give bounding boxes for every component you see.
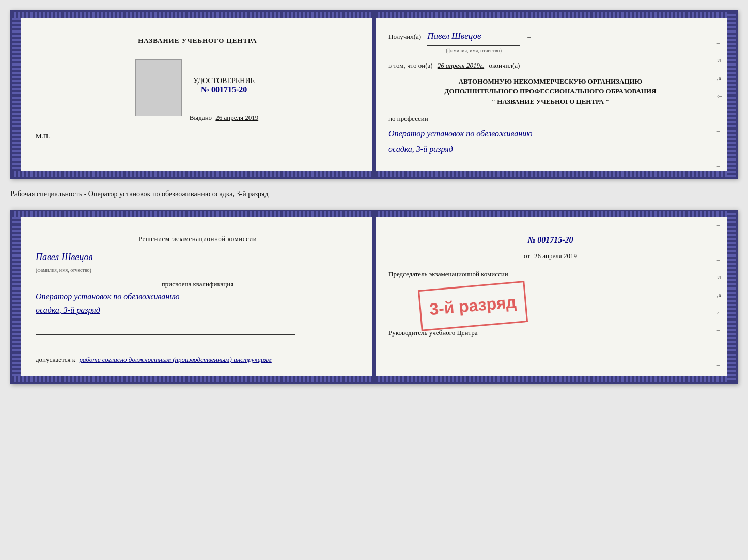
stamp-overlay: 3-й разряд [418,281,528,331]
side-dash-r5: – [717,344,722,350]
finished-label: окончил(а) [489,61,520,69]
допускается-line: допускается к работе согласно должностны… [36,354,360,365]
name-hint-1: (фамилия, имя, отчество) [446,46,502,55]
issued-line: Выдано 26 апреля 2019 [190,114,258,122]
doc2-page-right: № 001715-20 от 26 апреля 2019 Председате… [374,211,736,382]
document-1: НАЗВАНИЕ УЧЕБНОГО ЦЕНТРА УДОСТОВЕРЕНИЕ №… [10,10,738,179]
side-dash-r6: – [717,362,722,368]
issued-date: 26 апреля 2019 [215,114,258,121]
side-dash-r1: – [717,221,722,228]
side-dash-4: – [717,127,722,134]
side-dash-6: – [717,163,722,169]
side-dashes-right: – – И ,а ‹– – – – – [717,22,722,169]
profession-label: по профессии [388,113,712,124]
doc2-left-content: Решением экзаменационной комиссии Павел … [36,223,360,370]
side-dash-r2: – [717,239,722,245]
certificate-number: № 001715-20 [201,85,247,94]
photo-placeholder [135,59,182,116]
side-dash-r7: – [717,379,722,384]
separator-label: Рабочая специальность - Оператор установ… [10,187,738,201]
side-dash-к: ‹– [717,92,722,99]
profession-block: по профессии Оператор установок по обезв… [388,113,712,156]
doc2-right-content: № 001715-20 от 26 апреля 2019 Председате… [388,223,712,346]
profession-value2: осадка, 3-й разряд [388,142,712,156]
doc1-center-title: НАЗВАНИЕ УЧЕБНОГО ЦЕНТРА [138,37,257,45]
doc1-right-content: Получил(а) Павел Швецов (фамилия, имя, о… [388,24,712,161]
side-dash-5: – [717,145,722,151]
document-2: Решением экзаменационной комиссии Павел … [10,210,738,384]
chairman-label: Председатель экзаменационной комиссии [388,268,712,280]
date-from-label: от [524,250,530,262]
org-line1: АВТОНОМНУЮ НЕКОММЕРЧЕСКУЮ ОРГАНИЗАЦИЮ [388,76,712,87]
issued-label: Выдано [190,114,212,121]
date-value: 26 апреля 2019г. [438,61,484,69]
certificate-label: УДОСТОВЕРЕНИЕ [193,77,255,85]
mp-label: М.П. [36,132,50,140]
side-dash-r4: – [717,327,722,333]
org-line2: ДОПОЛНИТЕЛЬНОГО ПРОФЕССИОНАЛЬНОГО ОБРАЗО… [388,86,712,97]
doc1-page-left: НАЗВАНИЕ УЧЕБНОГО ЦЕНТРА УДОСТОВЕРЕНИЕ №… [12,12,374,177]
rukovodit-sig-line [388,342,648,342]
qualification-label: присвоена квалификация [36,278,360,290]
doc1-page-right: Получил(а) Павел Швецов (фамилия, имя, о… [374,12,736,177]
in-that-line: в том, что он(а) 26 апреля 2019г. окончи… [388,59,712,71]
decision-line: Решением экзаменационной комиссии [36,233,360,245]
stamp-text: 3-й разряд [429,293,517,319]
side-dash-а: ,а [717,75,722,81]
received-label: Получил(а) [388,30,421,42]
doc1-left-text: УДОСТОВЕРЕНИЕ № 001715-20 Выдано 26 апре… [188,51,260,122]
side-dash-rа: ,а [717,292,722,298]
dash-1: – [527,30,531,42]
received-name: Павел Швецов [427,28,520,46]
received-line: Получил(а) Павел Швецов (фамилия, имя, о… [388,28,712,55]
side-dash-r3: – [717,257,722,263]
org-block: АВТОНОМНУЮ НЕКОММЕРЧЕСКУЮ ОРГАНИЗАЦИЮ ДО… [388,76,712,107]
spine-right [727,12,736,177]
in-that-label: в том, что он(а) [388,61,433,69]
date-from-line: от 26 апреля 2019 [388,250,712,262]
side-dash-3: – [717,110,722,116]
protocol-number: № 001715-20 [528,235,573,244]
signature-lines [36,325,360,347]
side-dash-2: – [717,40,722,46]
допускается-value: работе согласно должностным (производств… [79,356,271,363]
name-value2: Павел Швецов [36,249,360,265]
side-dash-1: – [717,22,722,28]
spine-right-2 [727,211,736,382]
qualification-block: Оператор установок по обезвоживанию осад… [36,290,360,316]
sig-line-1 [36,325,295,335]
side-dash-и: И [717,57,722,63]
допускается-label: допускается к [36,356,75,363]
date-from-value: 26 апреля 2019 [534,250,577,262]
profession-value1: Оператор установок по обезвоживанию [388,127,712,141]
sig-line-2 [36,337,295,347]
side-dash-rи: И [717,274,722,280]
doc2-page-left: Решением экзаменационной комиссии Павел … [12,211,374,382]
name-hint-2: (фамилия, имя, отчество) [36,266,360,275]
name-block2: Павел Швецов (фамилия, имя, отчество) [36,249,360,275]
qualification-value1: Оператор установок по обезвоживанию [36,290,360,303]
org-line3: " НАЗВАНИЕ УЧЕБНОГО ЦЕНТРА " [388,97,712,107]
doc1-left-content: НАЗВАНИЕ УЧЕБНОГО ЦЕНТРА УДОСТОВЕРЕНИЕ №… [36,24,360,145]
qualification-value2: осадка, 3-й разряд [36,303,360,317]
page-container: НАЗВАНИЕ УЧЕБНОГО ЦЕНТРА УДОСТОВЕРЕНИЕ №… [10,10,738,384]
chairman-text: Председатель экзаменационной комиссии [388,270,508,278]
side-dashes-right-2: – – – И ,а ‹– – – – – [717,221,722,384]
side-dash-rк: ‹– [717,309,722,315]
doc1-left-inner: УДОСТОВЕРЕНИЕ № 001715-20 Выдано 26 апре… [135,51,260,122]
